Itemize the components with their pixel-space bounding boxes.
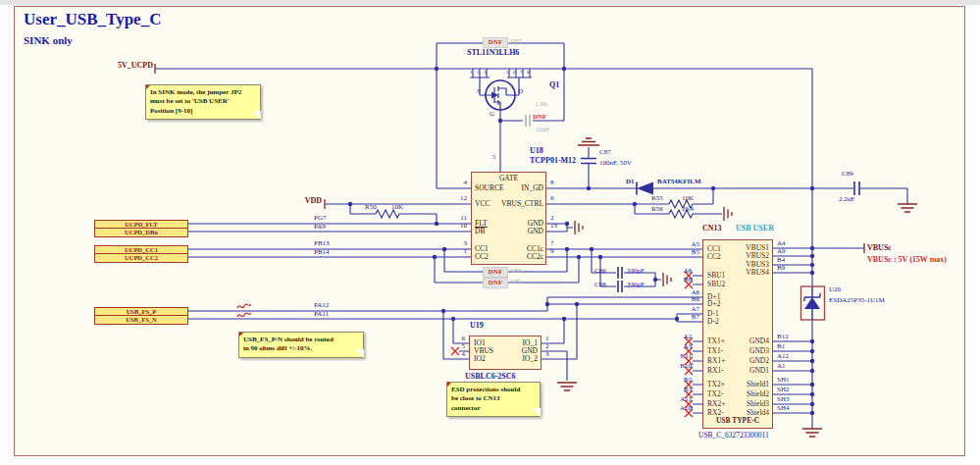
cn13-type-label: USB TYPE-C <box>702 417 773 425</box>
u18-pin-num: 9 <box>550 248 554 256</box>
u18-pin-num: 10 <box>443 223 467 231</box>
value-r56: 2K4 <box>682 206 694 214</box>
cn13-pin-des: B3 <box>647 387 692 394</box>
u18-pin-num: 8 <box>550 180 554 187</box>
cn13-pin: GND4 <box>700 337 769 345</box>
value-c88: 330pF <box>627 282 645 289</box>
port-ucpd-dbn[interactable]: UCPD_DBn <box>94 228 188 237</box>
net-label-pb13: PB13 <box>314 240 330 248</box>
ref-u18: U18 <box>530 147 543 156</box>
cn13-pin-des: A12 <box>777 353 789 361</box>
schematic-canvas: User_USB_Type_C SINK only 5V_UCPD VDD VB… <box>0 0 980 465</box>
net-label-5v-ucpd: 5V_UCPD <box>98 62 153 71</box>
cn13-pin: Shield4 <box>700 409 769 417</box>
ref-u19: U19 <box>470 322 484 331</box>
net-label-pa11: PA11 <box>314 311 329 319</box>
u18-pin-cc2c: CC2c <box>479 253 543 261</box>
cn13-pin-des: B10 <box>647 363 692 371</box>
u19-pin-io-2: IO_2 <box>490 355 538 363</box>
ref-r56: R56 <box>651 206 663 214</box>
cn13-pin-des: SH2 <box>777 387 789 394</box>
cn13-pin-des: A9 <box>777 248 786 256</box>
net-label-pb14: PB14 <box>314 249 330 257</box>
ref-c88: C88 <box>594 282 606 289</box>
dnf-marker-sb7[interactable]: DNF <box>483 37 508 48</box>
ref-c87: C87 <box>599 149 611 157</box>
u18-pin-num: 1 <box>443 248 467 256</box>
value-r50: 10K <box>391 204 403 212</box>
cn13-pin-des: A2 <box>647 334 692 341</box>
cn13-pin-des: SH3 <box>777 396 789 404</box>
net-label-pa12: PA12 <box>314 302 329 310</box>
u18-pin-num: 4 <box>443 180 467 187</box>
u19-pin-io2: IO2 <box>474 355 486 363</box>
page-subtitle: SINK only <box>24 34 73 46</box>
q1-pin-num: 5 <box>506 70 509 76</box>
cn13-pin-des: B5 <box>655 249 699 257</box>
cn13-pin: VBUS4 <box>700 269 769 277</box>
q1-pin-num: 8 <box>527 70 530 76</box>
cn13-mpn: USB_C_632723300011 <box>698 432 769 439</box>
cn13-pin-des: SH4 <box>777 405 789 413</box>
cn13-pin: D+2 <box>707 300 720 308</box>
u19-pin-num: 3 <box>545 351 549 359</box>
dnf-marker-c90: DNF <box>533 114 546 122</box>
u19-pin-num: 4 <box>451 351 465 359</box>
diode-icon <box>637 182 653 195</box>
u18-pin-vbus-ctrl: VBUS_CTRL <box>479 200 543 208</box>
tvs-diode-icon <box>801 286 825 320</box>
ref-u20: U20 <box>829 286 841 294</box>
u18-pin-gate: GATE <box>471 175 546 182</box>
u18-pin-num: 13 <box>550 223 557 231</box>
part-q1: STL11N3LLH6 <box>467 49 519 58</box>
part-u19: USBLC6-2SC6 <box>465 373 516 382</box>
u18-pin-num-5: 5 <box>492 154 495 161</box>
u18-pin-gnd2: GND <box>479 228 543 235</box>
cn13-pin-des: SH1 <box>777 377 789 385</box>
ref-c90: C90 <box>536 101 547 109</box>
ref-r50: R50 <box>365 204 377 212</box>
value-c86: 330pF <box>627 268 645 276</box>
vbusc-annotation: VBUSc : 5V (15W max) <box>867 256 947 265</box>
cn13-pin-des: B12 <box>777 334 789 341</box>
dnf-capacitor-icon <box>526 115 530 127</box>
ref-c86: C86 <box>594 268 606 276</box>
ref-sb7: SB7 <box>510 38 522 46</box>
cn13-class-label: USB USER <box>736 225 774 233</box>
note-usb-fs-routing[interactable]: USB_FS_P/N should be routed in 90 ohms d… <box>238 332 364 358</box>
cn13-pin-des: B7 <box>655 314 699 322</box>
page-title: User_USB_Type_C <box>24 10 161 29</box>
q1-source-label: S <box>477 88 481 96</box>
net-label-pg7: PG7 <box>314 215 326 223</box>
q1-gate-label: G <box>490 111 494 119</box>
cn13-pin: Shield1 <box>700 381 769 388</box>
note-sink-mode[interactable]: In SINK mode, the jumper JP2 must be set… <box>145 84 261 120</box>
u18-pin-in-gd: IN_GD <box>479 184 543 192</box>
cn13-pin-des: B9 <box>777 265 785 273</box>
note-esd-protection[interactable]: ESD protections should be close to CN13 … <box>446 382 541 417</box>
net-label-vbusc: VBUSc <box>867 244 892 253</box>
cn13-pin: VBUS2 <box>700 252 769 260</box>
cn13-pin-des: A11 <box>647 396 692 404</box>
cn13-pin-des: A1 <box>777 363 786 371</box>
cn13-pin: GND2 <box>700 357 769 365</box>
dnf-marker-sb5[interactable]: DNF <box>483 278 508 288</box>
port-usb-fs-n[interactable]: USB_FS_N <box>94 315 188 325</box>
ref-cn13: CN13 <box>702 225 722 233</box>
ref-d1: D1 <box>626 179 635 186</box>
dnf-marker-sb6[interactable]: DNF <box>483 267 508 278</box>
value-c87: 100nF, 50V <box>599 160 632 168</box>
q1-pin-num: 6 <box>513 70 516 76</box>
cn13-pin-des: A3 <box>647 343 692 351</box>
value-c89: 2.2uF <box>839 196 854 204</box>
u18-pin-num: 12 <box>443 195 467 203</box>
cn13-pin: SBU2 <box>707 281 725 288</box>
q1-pin-num: 1 <box>470 70 473 76</box>
port-ucpd-cc2[interactable]: UCPD_CC2 <box>94 253 188 263</box>
cn13-pin-des: A8 <box>647 268 692 276</box>
cn13-pin: Shield3 <box>700 400 769 408</box>
part-d1: BAT54KFILM <box>657 179 701 186</box>
cn13-pin: D-2 <box>707 318 719 326</box>
q1-drain-label: D <box>518 88 523 96</box>
q1-pin-num: 7 <box>520 70 523 76</box>
